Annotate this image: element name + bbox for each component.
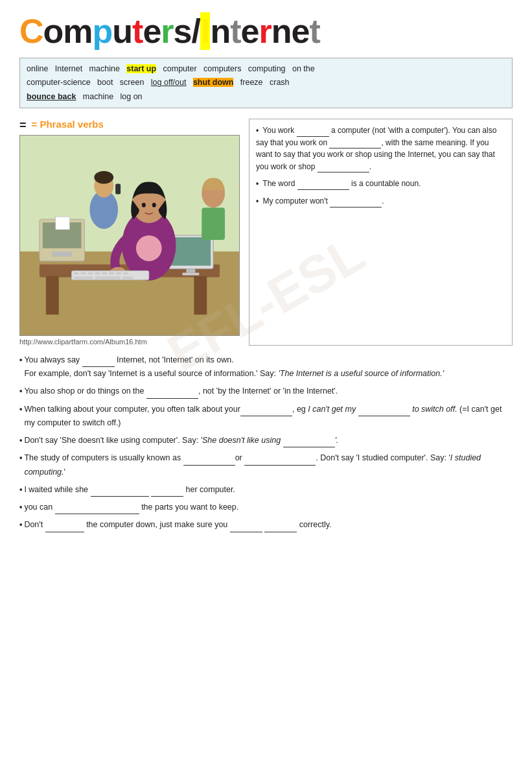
svg-rect-36: [52, 252, 72, 257]
vocab-word: computers: [203, 64, 241, 73]
svg-point-12: [94, 171, 113, 184]
exercise-6: • I waited while she her computer.: [19, 483, 513, 497]
vocab-highlighted: shut down: [193, 78, 234, 87]
exercise-4: • Don't say 'She doesn't like using comp…: [19, 434, 513, 447]
exercise-3: • When talking about your computer, you …: [19, 403, 513, 431]
svg-rect-26: [109, 272, 114, 275]
vocab-word: freeze: [240, 78, 263, 87]
svg-rect-30: [95, 277, 121, 279]
svg-rect-37: [56, 217, 70, 230]
vocab-word: crash: [270, 78, 290, 87]
page-title: Computers/Internet: [19, 13, 513, 50]
exercise-8: • Don't the computer down, just make sur…: [19, 518, 513, 532]
vocab-highlighted: start up: [126, 64, 156, 73]
vocab-word: machine: [89, 64, 120, 73]
svg-rect-4: [46, 276, 59, 315]
svg-rect-8: [186, 269, 195, 273]
info-item-1: You work a computer (not 'with a compute…: [256, 124, 505, 172]
vocab-word: log on: [121, 92, 143, 101]
svg-point-17: [142, 203, 146, 207]
svg-rect-25: [102, 272, 107, 275]
svg-rect-31: [122, 277, 133, 279]
image-credit: http://www.clipartfarm.com/Album16.htm: [19, 338, 240, 346]
exercises-section: • You always say Internet, not 'Internet…: [19, 353, 513, 532]
equals-sign: =: [19, 119, 27, 132]
svg-rect-23: [87, 272, 93, 275]
svg-rect-28: [123, 272, 128, 275]
svg-point-15: [136, 235, 162, 261]
svg-rect-24: [95, 272, 100, 275]
info-box: You work a computer (not 'with a compute…: [249, 119, 513, 346]
vocab-word: bounce back: [27, 92, 76, 101]
vocab-word: Internet: [55, 64, 82, 73]
info-item-3: My computer won't .: [256, 195, 505, 207]
vocab-word: machine: [83, 92, 113, 101]
svg-rect-33: [202, 207, 225, 240]
exercise-5: • The study of computers is usually know…: [19, 451, 513, 479]
office-image: [19, 135, 240, 336]
exercise-1: • You always say Internet, not 'Internet…: [19, 353, 513, 381]
svg-rect-27: [116, 272, 121, 275]
main-section: = = Phrasal verbs: [19, 119, 513, 346]
svg-rect-7: [171, 237, 211, 266]
svg-rect-13: [115, 184, 121, 194]
vocab-word: boot: [97, 78, 113, 87]
info-item-2: The word is a countable noun.: [256, 178, 505, 190]
exercise-2: • You also shop or do things on the , no…: [19, 385, 513, 398]
vocab-word: log off/out: [151, 78, 187, 87]
vocab-word: online: [27, 64, 48, 73]
image-section: = = Phrasal verbs: [19, 119, 240, 346]
svg-rect-29: [74, 277, 93, 279]
svg-rect-22: [80, 272, 86, 275]
vocab-word: screen: [120, 78, 145, 87]
svg-rect-21: [74, 272, 79, 275]
svg-rect-9: [182, 273, 199, 276]
svg-rect-5: [194, 276, 207, 315]
vocab-word: on the: [292, 64, 315, 73]
vocabulary-box: online Internet machine start up compute…: [19, 58, 513, 108]
phrasal-verbs-label: = Phrasal verbs: [32, 119, 104, 130]
svg-point-18: [152, 203, 156, 207]
exercise-7: • you can the parts you want to keep.: [19, 501, 513, 514]
vocab-word: computing: [248, 64, 286, 73]
vocab-word: computer: [163, 64, 197, 73]
vocab-word: computer-science: [27, 78, 91, 87]
